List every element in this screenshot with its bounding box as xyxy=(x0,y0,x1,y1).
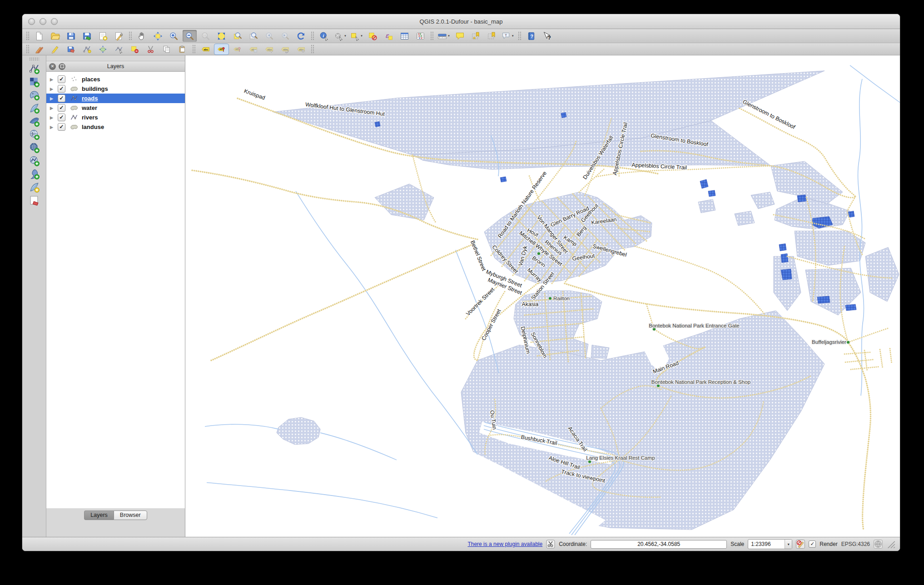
measure-button[interactable]: ▼ xyxy=(437,30,451,42)
minimize-window-button[interactable] xyxy=(40,18,46,25)
action-icon xyxy=(334,31,343,41)
expander-icon[interactable]: ▶ xyxy=(50,77,56,82)
new-shapefile-layer-button[interactable] xyxy=(26,194,42,207)
zoom-full-button[interactable] xyxy=(214,30,229,42)
chevron-down-icon[interactable]: ▼ xyxy=(785,540,792,549)
select-features-button[interactable]: ▼ xyxy=(349,30,364,42)
panel-tab-browser[interactable]: Browser xyxy=(114,511,147,520)
refresh-map-button[interactable] xyxy=(294,30,308,42)
add-wms-layer-button[interactable] xyxy=(26,141,42,154)
coordinate-input[interactable] xyxy=(591,540,727,549)
plugin-link[interactable]: There is a new plugin available xyxy=(467,541,542,547)
toolbar-grip[interactable] xyxy=(29,57,39,60)
node-tool-button[interactable] xyxy=(112,44,126,55)
layer-item-rivers[interactable]: ▶✓rivers xyxy=(46,113,185,122)
add-postgis-layer-button[interactable] xyxy=(26,89,42,102)
pan-to-selection-button[interactable] xyxy=(151,30,165,42)
add-spatialite-layer-button[interactable] xyxy=(26,102,42,115)
move-feature-button[interactable] xyxy=(96,44,110,55)
resize-grip[interactable] xyxy=(886,540,895,549)
help-icon: ? xyxy=(527,31,536,41)
add-wfs-layer-button[interactable] xyxy=(26,168,42,181)
zoom-to-selection-button[interactable] xyxy=(230,30,244,42)
add-raster-layer-button[interactable] xyxy=(26,75,42,89)
plugin-icon[interactable] xyxy=(546,540,555,549)
composer-manager-button[interactable] xyxy=(112,30,126,42)
map-tips-button[interactable] xyxy=(453,30,467,42)
titlebar[interactable]: QGIS 2.0.1-Dufour - basic_map xyxy=(22,14,900,29)
layer-item-roads[interactable]: ▶✓roads xyxy=(46,94,185,103)
save-project-button[interactable] xyxy=(64,30,78,42)
layer-checkbox[interactable]: ✓ xyxy=(58,123,65,131)
chevron-down-icon[interactable]: ▼ xyxy=(360,35,363,37)
zoom-window-button[interactable] xyxy=(51,18,58,25)
layer-labeling-options-button[interactable]: abc xyxy=(199,44,213,55)
new-bookmark-button[interactable] xyxy=(469,30,483,42)
add-mssql-layer-button[interactable] xyxy=(26,115,42,128)
select-by-expression-button[interactable]: ε xyxy=(382,30,396,42)
whats-this-button[interactable]: ? xyxy=(540,30,554,42)
expander-icon[interactable]: ▶ xyxy=(50,87,56,91)
toolbar-separator xyxy=(518,31,522,40)
show-bookmarks-button[interactable] xyxy=(485,30,499,42)
expander-icon[interactable]: ▶ xyxy=(50,115,56,120)
render-checkbox[interactable]: ✓ xyxy=(809,540,816,548)
stop-render-button[interactable] xyxy=(796,540,805,549)
layer-checkbox[interactable]: ✓ xyxy=(58,85,65,93)
new-print-composer-button[interactable] xyxy=(96,30,110,42)
expander-icon[interactable]: ▶ xyxy=(50,96,56,101)
manage-layers-toolbar xyxy=(22,55,46,537)
map-canvas[interactable]: KruispadWolfkloof Hut to Glenstroom HutG… xyxy=(185,55,900,537)
label-move-icon: abc xyxy=(265,45,273,54)
zoom-out-button[interactable] xyxy=(183,30,197,42)
text-annotation-button[interactable]: T▼ xyxy=(501,30,515,42)
copy-features-button[interactable] xyxy=(159,44,174,55)
layer-checkbox[interactable]: ✓ xyxy=(58,75,65,83)
layer-item-buildings[interactable]: ▶✓buildings xyxy=(46,84,185,94)
chevron-down-icon[interactable]: ▼ xyxy=(447,35,450,37)
add-mssql-icon xyxy=(29,116,40,127)
cut-features-button[interactable] xyxy=(144,44,158,55)
delete-selected-button[interactable] xyxy=(128,44,142,55)
pan-map-button[interactable] xyxy=(135,30,149,42)
layer-checkbox[interactable]: ✓ xyxy=(58,114,65,121)
add-vector-layer-button[interactable] xyxy=(26,62,42,75)
zoom-full-icon xyxy=(217,31,226,41)
save-project-as-button[interactable] xyxy=(80,30,94,42)
chevron-down-icon[interactable]: ▼ xyxy=(344,35,347,37)
identify-features-button[interactable]: i xyxy=(317,30,331,42)
help-contents-button[interactable]: ? xyxy=(524,30,538,42)
crs-status-button[interactable] xyxy=(874,540,883,549)
scale-combo[interactable]: 1:23396 ▼ xyxy=(748,539,792,549)
expander-icon[interactable]: ▶ xyxy=(50,125,56,129)
save-layer-edits-button[interactable] xyxy=(64,44,78,55)
panel-tab-layers[interactable]: Layers xyxy=(84,511,114,520)
open-attribute-table-button[interactable] xyxy=(397,30,412,42)
layer-item-water[interactable]: ▶✓water xyxy=(46,103,185,113)
open-project-button[interactable] xyxy=(48,30,62,42)
close-window-button[interactable] xyxy=(28,18,35,25)
svg-text:Bethel Street: Bethel Street xyxy=(469,239,487,272)
deselect-features-button[interactable] xyxy=(366,30,380,42)
add-oracle-layer-button[interactable] xyxy=(26,128,42,141)
zoom-to-layer-button[interactable] xyxy=(246,30,260,42)
run-feature-action-button[interactable]: ▼ xyxy=(333,30,348,42)
paste-features-button[interactable] xyxy=(175,44,189,55)
current-edits-button[interactable] xyxy=(32,44,46,55)
layer-checkbox[interactable]: ✓ xyxy=(58,104,65,112)
panel-detach-button[interactable] xyxy=(59,63,65,70)
new-project-button[interactable] xyxy=(32,30,46,42)
add-wcs-layer-button[interactable] xyxy=(26,154,42,168)
new-spatialite-layer-button[interactable] xyxy=(26,181,42,194)
zoom-in-button[interactable] xyxy=(167,30,181,42)
layer-checkbox[interactable]: ✓ xyxy=(58,94,65,102)
field-calculator-button[interactable] xyxy=(413,30,427,42)
panel-close-button[interactable]: ✕ xyxy=(49,63,56,70)
add-feature-button[interactable] xyxy=(80,44,94,55)
expander-icon[interactable]: ▶ xyxy=(50,106,56,110)
pin-unpin-labels-button[interactable]: ab xyxy=(214,44,229,55)
toggle-editing-button[interactable] xyxy=(48,44,62,55)
layer-item-places[interactable]: ▶✓places xyxy=(46,74,185,84)
layer-item-landuse[interactable]: ▶✓landuse xyxy=(46,122,185,132)
chevron-down-icon[interactable]: ▼ xyxy=(512,35,514,37)
